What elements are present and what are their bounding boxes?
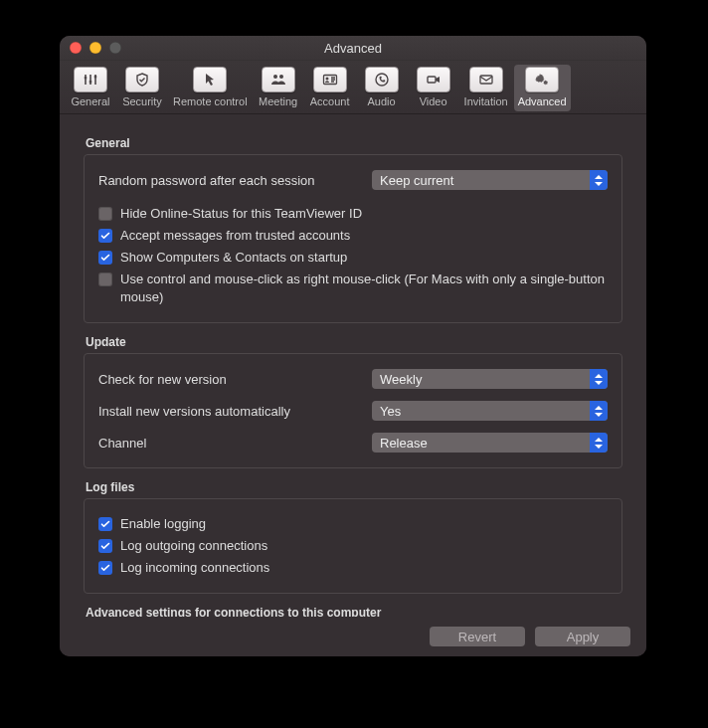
toolbar-tab-audio[interactable]: Audio (357, 65, 407, 111)
hide-online-label: Hide Online-Status for this TeamViewer I… (120, 205, 362, 223)
svg-rect-8 (428, 77, 436, 83)
cursor-icon (193, 67, 227, 92)
apply-button[interactable]: Apply (535, 627, 630, 646)
traffic-lights (70, 42, 121, 54)
id-card-icon (313, 67, 347, 92)
chevron-updown-icon (590, 433, 608, 453)
control-click-checkbox[interactable] (98, 273, 112, 286)
update-panel: Check for new version Weekly Install new… (84, 353, 622, 468)
enable-logging-label: Enable logging (120, 515, 206, 533)
enable-logging-checkbox[interactable] (98, 517, 112, 531)
svg-point-4 (279, 75, 283, 79)
general-panel: Random password after each session Keep … (84, 154, 622, 323)
log-incoming-checkbox[interactable] (98, 561, 112, 575)
svg-rect-1 (89, 81, 91, 83)
toolbar-tab-advanced[interactable]: Advanced (514, 65, 571, 111)
toolbar-tab-security[interactable]: Security (117, 65, 167, 111)
close-window-button[interactable] (70, 42, 82, 54)
section-heading-adv-conn: Advanced settings for connections to thi… (86, 606, 622, 617)
minimize-window-button[interactable] (89, 42, 101, 54)
log-outgoing-label: Log outgoing connections (120, 537, 267, 555)
install-auto-label: Install new versions automatically (98, 404, 372, 419)
install-auto-select[interactable]: Yes (372, 401, 608, 421)
preferences-toolbar: General Security Remote control Meeting … (60, 61, 646, 114)
random-password-label: Random password after each session (98, 173, 372, 188)
log-incoming-label: Log incoming connections (120, 559, 269, 577)
gears-icon (525, 67, 559, 92)
svg-rect-2 (94, 76, 96, 78)
section-heading-general: General (86, 136, 622, 150)
revert-button[interactable]: Revert (430, 627, 525, 646)
phone-icon (365, 67, 399, 92)
accept-trusted-checkbox[interactable] (98, 229, 112, 243)
section-heading-update: Update (86, 335, 622, 349)
sliders-icon (74, 67, 107, 92)
log-panel: Enable logging Log outgoing connections … (84, 498, 622, 594)
toolbar-tab-invitation[interactable]: Invitation (460, 65, 512, 111)
log-outgoing-checkbox[interactable] (98, 539, 112, 553)
accept-trusted-label: Accept messages from trusted accounts (120, 227, 350, 245)
toolbar-tab-video[interactable]: Video (409, 65, 458, 111)
envelope-icon (469, 67, 503, 92)
svg-rect-0 (85, 77, 87, 79)
titlebar: Advanced (60, 36, 646, 61)
section-heading-log: Log files (86, 480, 622, 494)
random-password-select[interactable]: Keep current (372, 170, 608, 190)
footer: Revert Apply (60, 617, 646, 656)
preferences-window: Advanced General Security Remote control (60, 36, 646, 656)
hide-online-checkbox[interactable] (98, 207, 112, 221)
toolbar-tab-general[interactable]: General (66, 65, 115, 111)
show-contacts-label: Show Computers & Contacts on startup (120, 249, 347, 267)
shield-icon (125, 67, 159, 92)
svg-point-7 (376, 74, 388, 86)
chevron-updown-icon (590, 401, 608, 421)
toolbar-tab-meeting[interactable]: Meeting (254, 65, 303, 111)
window-title: Advanced (60, 41, 646, 56)
chevron-updown-icon (590, 170, 608, 190)
svg-point-3 (273, 75, 277, 79)
toolbar-tab-remote-control[interactable]: Remote control (169, 65, 252, 111)
svg-point-6 (325, 78, 328, 81)
channel-select[interactable]: Release (372, 433, 608, 453)
control-click-label: Use control and mouse-click as right mou… (120, 271, 608, 306)
channel-label: Channel (98, 436, 372, 451)
toolbar-tab-account[interactable]: Account (305, 65, 355, 111)
people-icon (262, 67, 295, 92)
video-icon (417, 67, 450, 92)
svg-rect-9 (480, 76, 492, 84)
check-version-label: Check for new version (98, 372, 372, 387)
zoom-window-button[interactable] (109, 42, 121, 54)
chevron-updown-icon (590, 369, 608, 389)
show-contacts-checkbox[interactable] (98, 251, 112, 265)
check-version-select[interactable]: Weekly (372, 369, 608, 389)
content-area: General Random password after each sessi… (60, 114, 646, 617)
